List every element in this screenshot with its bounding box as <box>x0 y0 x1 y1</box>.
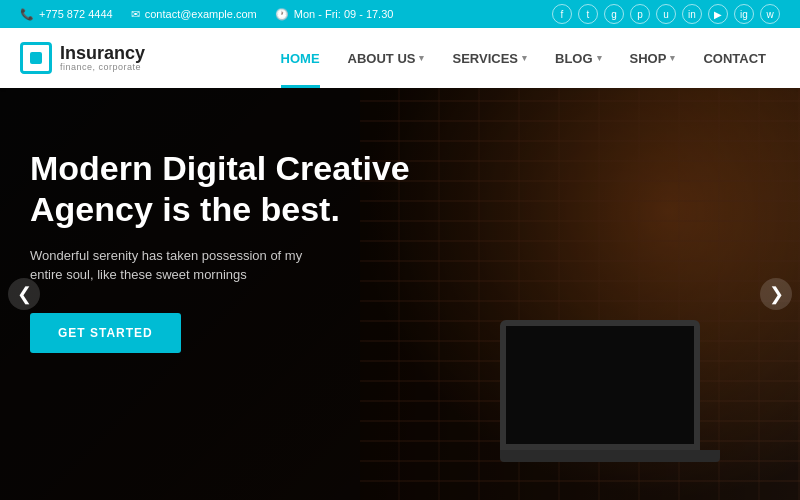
shop-dropdown-arrow: ▾ <box>670 53 675 63</box>
nav-link-services[interactable]: SERVICES ▾ <box>438 28 541 88</box>
about-dropdown-arrow: ▾ <box>419 53 424 63</box>
carousel-prev-button[interactable]: ❮ <box>8 278 40 310</box>
laptop-base <box>500 450 720 462</box>
laptop-screen <box>500 320 700 450</box>
nav-link-contact[interactable]: CONTACT <box>689 28 780 88</box>
business-hours: Mon - Fri: 09 - 17.30 <box>294 8 394 20</box>
nav-link-blog[interactable]: BLOG ▾ <box>541 28 616 88</box>
social-youtube[interactable]: ▶ <box>708 4 728 24</box>
nav-link-shop[interactable]: SHOP ▾ <box>616 28 690 88</box>
social-googleplus[interactable]: g <box>604 4 624 24</box>
social-whatsapp[interactable]: w <box>760 4 780 24</box>
social-user[interactable]: u <box>656 4 676 24</box>
logo-tagline: finance, corporate <box>60 62 145 72</box>
hero-title: Modern Digital Creative Agency is the be… <box>30 148 410 230</box>
social-twitter[interactable]: t <box>578 4 598 24</box>
carousel-next-button[interactable]: ❯ <box>760 278 792 310</box>
hero-subtitle: Wonderful serenity has taken possession … <box>30 246 330 285</box>
logo-icon <box>20 42 52 74</box>
phone-icon: 📞 <box>20 8 34 21</box>
get-started-button[interactable]: GET STARTED <box>30 313 181 353</box>
hero-section: ❮ Modern Digital Creative Agency is the … <box>0 88 800 500</box>
email-address: contact@example.com <box>145 8 257 20</box>
laptop-decoration <box>500 320 720 480</box>
logo-icon-inner <box>30 52 42 64</box>
nav-item-blog: BLOG ▾ <box>541 28 616 88</box>
nav-item-home: HOME <box>267 28 334 88</box>
nav-link-home[interactable]: HOME <box>267 28 334 88</box>
email-info: ✉ contact@example.com <box>131 8 257 21</box>
social-instagram[interactable]: ig <box>734 4 754 24</box>
logo-name: Insurancy <box>60 44 145 62</box>
nav-item-contact: CONTACT <box>689 28 780 88</box>
nav-link-about[interactable]: ABOUT US ▾ <box>334 28 439 88</box>
nav-item-about: ABOUT US ▾ <box>334 28 439 88</box>
logo-text: Insurancy finance, corporate <box>60 44 145 72</box>
logo[interactable]: Insurancy finance, corporate <box>20 42 145 74</box>
hours-info: 🕐 Mon - Fri: 09 - 17.30 <box>275 8 394 21</box>
blog-dropdown-arrow: ▾ <box>597 53 602 63</box>
navbar: Insurancy finance, corporate HOME ABOUT … <box>0 28 800 88</box>
nav-menu: HOME ABOUT US ▾ SERVICES ▾ BLOG ▾ SHOP ▾ <box>267 28 780 88</box>
phone-number: +775 872 4444 <box>39 8 113 20</box>
social-pinterest[interactable]: p <box>630 4 650 24</box>
hero-content: Modern Digital Creative Agency is the be… <box>30 148 410 353</box>
nav-item-services: SERVICES ▾ <box>438 28 541 88</box>
social-facebook[interactable]: f <box>552 4 572 24</box>
top-bar-contact: 📞 +775 872 4444 ✉ contact@example.com 🕐 … <box>20 8 393 21</box>
phone-info: 📞 +775 872 4444 <box>20 8 113 21</box>
clock-icon: 🕐 <box>275 8 289 21</box>
social-linkedin[interactable]: in <box>682 4 702 24</box>
top-bar: 📞 +775 872 4444 ✉ contact@example.com 🕐 … <box>0 0 800 28</box>
services-dropdown-arrow: ▾ <box>522 53 527 63</box>
email-icon: ✉ <box>131 8 140 21</box>
social-links: f t g p u in ▶ ig w <box>552 4 780 24</box>
nav-item-shop: SHOP ▾ <box>616 28 690 88</box>
